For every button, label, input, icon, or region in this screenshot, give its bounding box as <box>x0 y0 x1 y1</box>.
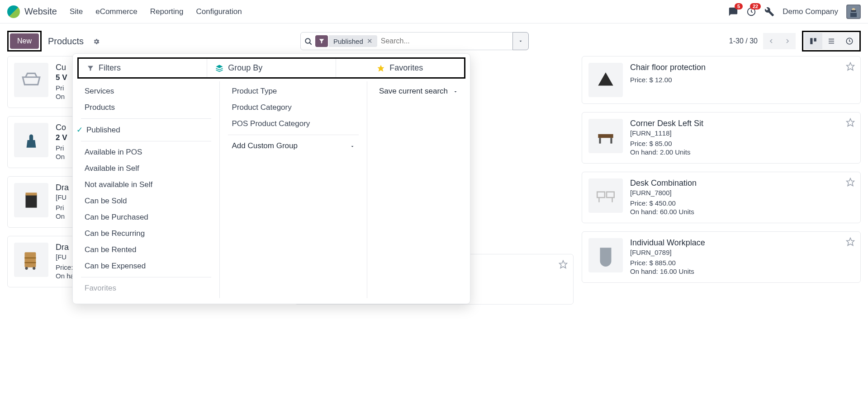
product-thumb <box>14 243 48 277</box>
app-logo[interactable] <box>7 5 20 18</box>
groupby-product-type[interactable]: Product Type <box>220 83 366 99</box>
filter-can-recurring[interactable]: Can be Recurring <box>73 225 219 242</box>
product-thumb <box>588 238 623 272</box>
menu-ecommerce[interactable]: eCommerce <box>95 7 138 16</box>
menu-reporting[interactable]: Reporting <box>150 7 184 16</box>
filter-chip-label: Published <box>333 38 363 45</box>
user-avatar[interactable] <box>846 5 861 19</box>
card-title: Corner Desk Left Sit <box>630 119 853 128</box>
svg-rect-28 <box>610 138 612 144</box>
tools-icon[interactable] <box>764 7 774 17</box>
view-list[interactable] <box>822 33 840 49</box>
card-onhand: On hand: 2.00 Units <box>630 148 853 156</box>
dd-col-groupby: Product Type Product Category POS Produc… <box>220 81 367 298</box>
card-title: Desk Combination <box>630 178 853 188</box>
search-box[interactable]: Published ✕ <box>300 32 513 50</box>
top-nav: Website Site eCommerce Reporting Configu… <box>0 0 868 23</box>
product-thumb <box>14 63 48 97</box>
chevron-down-icon <box>453 87 458 96</box>
card-price: Price: $ 12.00 <box>630 76 853 84</box>
search-input[interactable] <box>381 37 509 45</box>
svg-line-6 <box>309 42 312 45</box>
pager-text[interactable]: 1-30 / 30 <box>729 37 758 45</box>
filter-can-sold[interactable]: Can be Sold <box>73 193 219 209</box>
svg-point-19 <box>33 267 35 270</box>
dd-col-filters: Services Products Published Available in… <box>73 81 220 298</box>
filter-can-purchased[interactable]: Can be Purchased <box>73 209 219 225</box>
star-icon[interactable] <box>846 62 855 71</box>
dropdown-header-highlight: Filters Group By Favorites <box>77 57 465 79</box>
filter-pill-icon[interactable] <box>315 35 328 47</box>
page-title: Products <box>48 36 84 47</box>
svg-marker-36 <box>378 65 384 72</box>
search-icon[interactable] <box>304 37 313 45</box>
svg-marker-29 <box>847 119 854 127</box>
pager-next[interactable] <box>779 33 796 49</box>
pager-prev[interactable] <box>763 33 779 49</box>
groupby-pos-category[interactable]: POS Product Category <box>220 116 366 132</box>
svg-rect-4 <box>850 13 857 17</box>
svg-rect-13 <box>26 195 37 208</box>
filter-services[interactable]: Services <box>73 83 219 99</box>
filter-available-self[interactable]: Available in Self <box>73 160 219 177</box>
menu-site[interactable]: Site <box>70 7 83 16</box>
product-thumb <box>588 119 623 153</box>
svg-rect-27 <box>599 138 601 144</box>
card-sku: [FURN_1118] <box>630 129 853 137</box>
filter-published[interactable]: Published <box>73 122 219 138</box>
chat-icon[interactable]: 5 <box>728 7 738 17</box>
star-icon[interactable] <box>846 118 855 127</box>
view-kanban[interactable] <box>804 33 822 49</box>
dd-tab-groupby[interactable]: Group By <box>207 59 336 77</box>
search-dropdown-toggle[interactable] <box>512 32 529 50</box>
product-thumb <box>588 178 623 213</box>
right-controls: 1-30 / 30 <box>729 31 861 52</box>
company-name[interactable]: Demo Company <box>783 7 838 16</box>
star-icon[interactable] <box>559 260 568 269</box>
product-card[interactable]: Desk Combination [FURN_7800] Price: $ 45… <box>582 172 861 223</box>
filter-favorites[interactable]: Favorites <box>73 280 219 296</box>
product-card[interactable]: Chair floor protection Price: $ 12.00 <box>582 56 861 104</box>
groupby-add-custom[interactable]: Add Custom Group <box>220 138 366 154</box>
svg-marker-25 <box>847 63 854 70</box>
svg-marker-35 <box>847 238 854 246</box>
svg-rect-26 <box>598 134 613 138</box>
activity-icon[interactable]: 22 <box>746 7 756 17</box>
activity-badge: 22 <box>750 3 761 9</box>
filter-products[interactable]: Products <box>73 99 219 116</box>
card-title: Chair floor protection <box>630 63 853 72</box>
star-icon[interactable] <box>846 237 855 246</box>
gear-icon[interactable] <box>93 37 100 45</box>
card-onhand: On hand: 60.00 Units <box>630 208 853 216</box>
favorites-save-label: Save current search <box>379 87 448 96</box>
card-sku: [FURN_7800] <box>630 189 853 197</box>
dd-tab-favorites[interactable]: Favorites <box>336 59 464 77</box>
dd-tab-favorites-label: Favorites <box>389 63 423 73</box>
star-icon[interactable] <box>846 178 855 187</box>
svg-marker-34 <box>847 178 854 186</box>
dd-tab-filters-label: Filters <box>99 63 121 73</box>
filter-can-expensed[interactable]: Can be Expensed <box>73 258 219 274</box>
menu-configuration[interactable]: Configuration <box>196 7 242 16</box>
new-button-highlight: New <box>7 31 42 52</box>
new-button[interactable]: New <box>10 33 39 49</box>
card-column-right: Chair floor protection Price: $ 12.00 Co… <box>582 56 861 305</box>
app-brand[interactable]: Website <box>24 6 57 17</box>
dd-tab-filters[interactable]: Filters <box>79 59 207 77</box>
filter-not-self[interactable]: Not available in Self <box>73 177 219 193</box>
product-card[interactable]: Individual Workplace [FURN_0789] Price: … <box>582 231 861 283</box>
filter-chip-remove[interactable]: ✕ <box>367 37 373 45</box>
filter-can-rented[interactable]: Can be Rented <box>73 242 219 258</box>
product-card[interactable]: Corner Desk Left Sit [FURN_1118] Price: … <box>582 112 861 164</box>
separator <box>81 141 211 141</box>
layers-icon <box>215 63 223 73</box>
view-activity[interactable] <box>840 33 859 49</box>
filter-available-pos[interactable]: Available in POS <box>73 144 219 160</box>
filter-chip-published: Published ✕ <box>329 35 377 47</box>
favorites-save-search[interactable]: Save current search <box>367 83 470 99</box>
dd-tab-groupby-label: Group By <box>228 63 262 73</box>
filter-icon <box>87 63 94 73</box>
groupby-product-category[interactable]: Product Category <box>220 99 366 116</box>
svg-rect-8 <box>814 38 816 42</box>
control-bar: New Products Published ✕ 1-30 / 30 <box>0 23 868 56</box>
